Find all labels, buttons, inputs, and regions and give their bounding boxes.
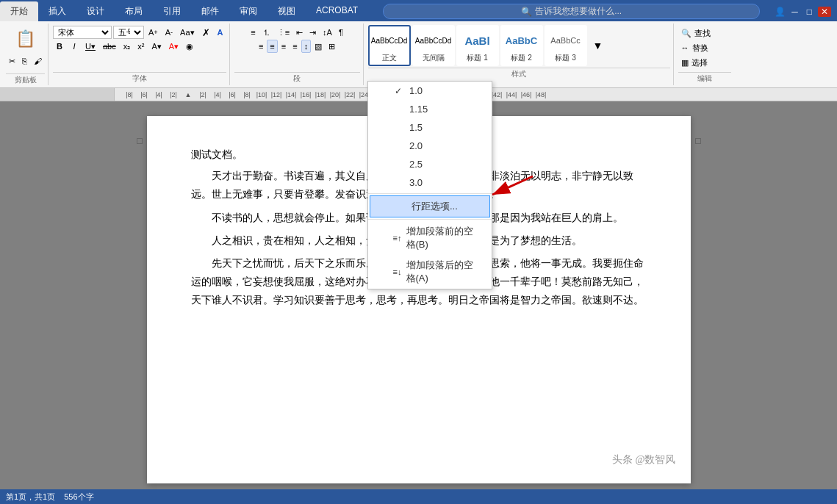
clipboard-label: 剪贴板 [6, 73, 45, 85]
format-painter-button[interactable]: 🖌 [31, 54, 45, 68]
ribbon-tabs: 开始 插入 设计 布局 引用 邮件 审阅 视图 ACROBAT 🔍 告诉我您想要… [0, 0, 837, 21]
tab-design[interactable]: 设计 [76, 1, 115, 21]
window-restore[interactable]: □ [804, 7, 815, 17]
search-icon: 🔍 [521, 7, 532, 17]
spacing-2-0[interactable]: 2.0 [368, 137, 492, 155]
copy-button[interactable]: ⎘ [19, 54, 30, 68]
char-shading-button[interactable]: ◉ [183, 40, 196, 53]
spacing-2-5[interactable]: 2.5 [368, 155, 492, 173]
change-case-button[interactable]: Aa▾ [177, 26, 197, 39]
spacing-3-0-label: 3.0 [409, 177, 423, 188]
font-label: 字体 [53, 72, 226, 84]
text-effect-button[interactable]: A [215, 26, 226, 39]
italic-button[interactable]: I [68, 40, 81, 53]
spacing-1-5[interactable]: 1.5 [368, 118, 492, 137]
borders-button[interactable]: ⊞ [326, 40, 338, 53]
clear-format-button[interactable]: ✗ [199, 26, 213, 39]
shading-button[interactable]: ▧ [312, 40, 325, 53]
replace-label: 替换 [692, 43, 708, 54]
ribbon-content: 📋 ✂ ⎘ 🖌 剪贴板 宋体 [0, 21, 837, 88]
align-left-button[interactable]: ≡ [256, 40, 266, 53]
font-row1: 宋体 五号 A+ A- Aa▾ ✗ A [53, 26, 226, 39]
tab-layout[interactable]: 布局 [115, 1, 153, 21]
superscript-button[interactable]: x² [134, 40, 147, 53]
numbering-button[interactable]: ⒈ [259, 26, 273, 39]
tab-view[interactable]: 视图 [267, 1, 306, 21]
font-shrink-button[interactable]: A- [162, 26, 176, 39]
word-count: 556个字 [64, 492, 93, 503]
select-icon: ▦ [681, 58, 689, 68]
select-button[interactable]: ▦ 选择 [678, 56, 731, 69]
style-heading1[interactable]: AaBl 标题 1 [456, 25, 499, 66]
tab-acrobat[interactable]: ACROBAT [306, 1, 368, 21]
watermark: 头条 @数智风 [612, 450, 675, 469]
find-button[interactable]: 🔍 查找 [678, 26, 731, 40]
para-row2: ≡ ≡ ≡ ≡ ↕ ▧ ⊞ [256, 40, 338, 53]
sort-button[interactable]: ↕A [320, 26, 335, 39]
divider-2 [368, 219, 492, 220]
tab-review[interactable]: 审阅 [229, 1, 267, 21]
tab-references[interactable]: 引用 [153, 1, 191, 21]
justify-button[interactable]: ≡ [290, 40, 300, 53]
show-marks-button[interactable]: ¶ [336, 26, 346, 39]
bold-button[interactable]: B [53, 40, 66, 53]
font-size-select[interactable]: 五号 [113, 26, 144, 39]
bullets-button[interactable]: ≡ [248, 26, 258, 39]
spacing-2-0-label: 2.0 [409, 140, 423, 151]
editing-label: 编辑 [678, 72, 731, 84]
find-label: 查找 [694, 28, 711, 39]
underline-button[interactable]: U▾ [82, 40, 98, 53]
spacing-2-5-label: 2.5 [409, 159, 423, 170]
group-styles: AaBbCcDd 正文 AaBbCcDd 无间隔 AaBl 标题 1 AaBbC… [365, 24, 674, 85]
styles-more-button[interactable]: ▼ [590, 39, 606, 52]
style-heading2[interactable]: AaBbC 标题 2 [500, 25, 543, 66]
add-space-after[interactable]: ≡↓ 增加段落后的空格(A) [368, 255, 492, 289]
spacing-options[interactable]: 行距选项... [370, 195, 490, 217]
style-normal-label: 正文 [382, 53, 397, 63]
align-center-button[interactable]: ≡ [267, 40, 277, 53]
font-color-button[interactable]: A▾ [166, 40, 182, 53]
text-highlight-button[interactable]: A▾ [148, 40, 164, 53]
line-spacing-button[interactable]: ↕ [301, 40, 312, 53]
tab-mail[interactable]: 邮件 [191, 1, 229, 21]
styles-content: AaBbCcDd 正文 AaBbCcDd 无间隔 AaBl 标题 1 AaBbC… [368, 25, 670, 66]
align-right-button[interactable]: ≡ [279, 40, 289, 53]
style-h3-preview: AaBbCc [547, 28, 584, 53]
style-heading3[interactable]: AaBbCc 标题 3 [545, 25, 587, 66]
styles-label: 样式 [368, 68, 670, 79]
font-row2: B I U▾ abc x₂ x² A▾ A▾ ◉ [53, 40, 226, 53]
multilevel-button[interactable]: ⋮≡ [274, 26, 292, 39]
style-nospacing-label: 无间隔 [423, 53, 445, 63]
find-icon: 🔍 [681, 29, 691, 38]
spacing-options-label: 行距选项... [412, 200, 458, 213]
add-space-before[interactable]: ≡↑ 增加段落前的空格(B) [368, 221, 492, 255]
style-normal-preview: AaBbCcDd [371, 28, 408, 53]
paragraph-label: 段 [234, 72, 360, 84]
spacing-1-5-label: 1.5 [409, 122, 423, 133]
style-normal[interactable]: AaBbCcDd 正文 [368, 25, 411, 66]
spacing-1-15[interactable]: 1.15 [368, 100, 492, 118]
style-h1-preview: AaBl [459, 28, 496, 53]
spacing-3-0[interactable]: 3.0 [368, 173, 492, 192]
font-grow-button[interactable]: A+ [146, 26, 161, 39]
subscript-button[interactable]: x₂ [121, 40, 134, 53]
para-row1: ≡ ⒈ ⋮≡ ⇤ ⇥ ↕A ¶ [248, 26, 346, 39]
increase-indent-button[interactable]: ⇥ [306, 26, 319, 39]
add-space-before-label: 增加段落前的空格(B) [406, 225, 480, 251]
window-close[interactable]: ✕ [818, 7, 831, 17]
tab-home[interactable]: 开始 [0, 1, 38, 21]
paste-button[interactable]: 📋 [14, 25, 37, 53]
status-bar: 第1页，共1页 556个字 [0, 489, 837, 504]
font-name-select[interactable]: 宋体 [53, 26, 112, 39]
decrease-indent-button[interactable]: ⇤ [293, 26, 306, 39]
style-h1-label: 标题 1 [467, 53, 487, 63]
style-no-spacing[interactable]: AaBbCcDd 无间隔 [412, 25, 455, 66]
spacing-1-0[interactable]: ✓ 1.0 [368, 82, 492, 100]
strikethrough-button[interactable]: abc [100, 40, 119, 53]
window-minimize[interactable]: ─ [788, 7, 801, 17]
tab-insert[interactable]: 插入 [38, 1, 76, 21]
cut-button[interactable]: ✂ [6, 54, 18, 68]
group-clipboard: 📋 ✂ ⎘ 🖌 剪贴板 [3, 24, 49, 85]
replace-button[interactable]: ↔ 替换 [678, 41, 731, 54]
divider-1 [368, 193, 492, 194]
